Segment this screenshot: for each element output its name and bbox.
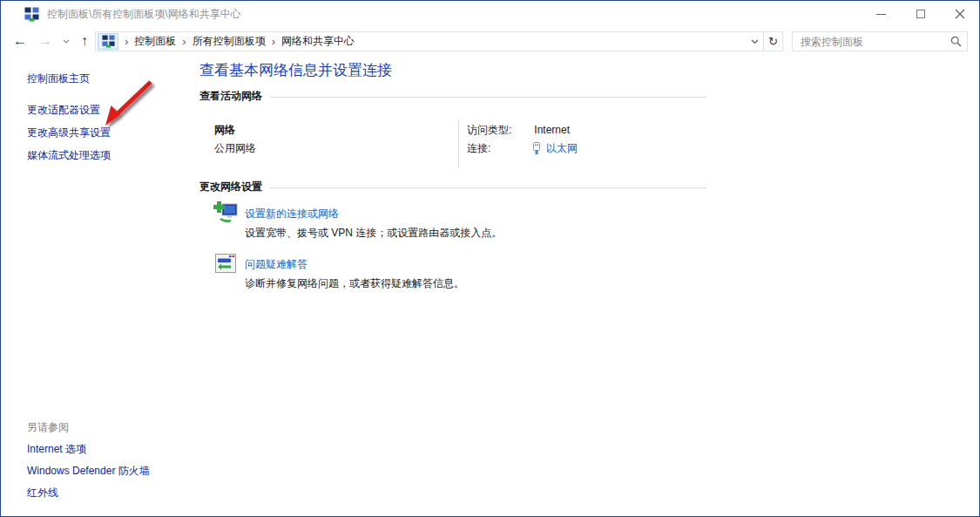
ethernet-icon: [531, 142, 542, 155]
breadcrumb-separator-icon: ›: [176, 35, 192, 48]
minimize-icon: [876, 14, 886, 15]
chevron-down-icon: [63, 39, 70, 44]
page-title: 查看基本网络信息并设置连接: [199, 60, 392, 80]
access-type-value: Internet: [534, 124, 570, 136]
sidebar-item-change-adapter-settings[interactable]: 更改适配器设置: [27, 103, 100, 118]
active-network-divider: [458, 119, 459, 168]
breadcrumb-location-button[interactable]: [98, 33, 118, 50]
section-label: 更改网络设置: [199, 180, 262, 194]
sidebar: 控制面板主页 更改适配器设置 更改高级共享设置 媒体流式处理选项 另请参阅 In…: [1, 55, 188, 516]
section-label: 查看活动网络: [199, 89, 262, 104]
search-box: [792, 31, 968, 51]
troubleshoot-problems-link[interactable]: 问题疑难解答: [245, 257, 308, 272]
breadcrumb-control-panel[interactable]: 控制面板: [134, 34, 176, 49]
maximize-icon: [916, 10, 925, 18]
connections-label: 连接:: [467, 141, 531, 156]
main-panel: 查看基本网络信息并设置连接 查看活动网络 网络 公用网络 访问类型: Inter…: [188, 55, 979, 516]
access-type-label: 访问类型:: [467, 123, 531, 138]
close-icon: [955, 9, 965, 19]
breadcrumb-network-sharing-center[interactable]: 网络和共享中心: [281, 34, 355, 49]
troubleshoot-problems-desc: 诊断并修复网络问题，或者获得疑难解答信息。: [245, 276, 464, 291]
troubleshoot-icon: [215, 254, 236, 276]
back-button[interactable]: ←: [8, 27, 32, 55]
recent-pages-dropdown[interactable]: [58, 27, 74, 55]
refresh-button[interactable]: ↻: [763, 32, 782, 51]
search-icon: [950, 36, 962, 47]
search-input[interactable]: [793, 36, 944, 48]
maximize-button[interactable]: [901, 1, 940, 27]
forward-button[interactable]: →: [34, 27, 57, 55]
sidebar-item-change-advanced-sharing-settings[interactable]: 更改高级共享设置: [27, 126, 111, 140]
network-center-icon: [102, 35, 115, 48]
connections-row: 连接: 以太网: [467, 141, 578, 156]
ethernet-link[interactable]: 以太网: [546, 141, 578, 156]
address-bar[interactable]: › 控制面板 › 所有控制面板项 › 网络和共享中心 ↻: [95, 31, 783, 51]
content-area: 控制面板主页 更改适配器设置 更改高级共享设置 媒体流式处理选项 另请参阅 In…: [1, 55, 979, 516]
sidebar-item-media-streaming-options[interactable]: 媒体流式处理选项: [27, 148, 111, 163]
setup-new-connection-desc: 设置宽带、拨号或 VPN 连接；或设置路由器或接入点。: [245, 226, 502, 241]
title-bar: 控制面板\所有控制面板项\网络和共享中心: [1, 1, 979, 27]
network-name: 网络: [214, 123, 235, 138]
window-title: 控制面板\所有控制面板项\网络和共享中心: [47, 7, 241, 22]
new-connection-icon: [213, 201, 238, 225]
change-network-settings-section-header: 更改网络设置: [199, 180, 706, 194]
network-type: 公用网络: [214, 141, 256, 156]
setup-new-connection-link[interactable]: 设置新的连接或网络: [245, 207, 339, 221]
section-rule: [270, 97, 706, 98]
network-sharing-center-window: 控制面板\所有控制面板项\网络和共享中心 ← → ↑: [0, 0, 980, 517]
active-networks-section-header: 查看活动网络: [199, 89, 706, 104]
sidebar-item-infrared[interactable]: 红外线: [27, 486, 58, 500]
breadcrumb-separator-icon: ›: [118, 35, 134, 48]
sidebar-item-internet-options[interactable]: Internet 选项: [27, 442, 86, 457]
address-dropdown-button[interactable]: [746, 32, 763, 51]
section-rule: [270, 187, 706, 188]
search-button[interactable]: [944, 36, 967, 47]
close-button[interactable]: [940, 1, 979, 27]
sidebar-item-windows-defender-firewall[interactable]: Windows Defender 防火墙: [27, 464, 150, 479]
breadcrumb-all-items[interactable]: 所有控制面板项: [193, 34, 266, 49]
up-button[interactable]: ↑: [74, 27, 95, 55]
navigation-bar: ← → ↑ › 控制面板 › 所有控制面板项 › 网络和共享中心: [1, 27, 979, 55]
breadcrumb-separator-icon: ›: [266, 35, 281, 48]
network-center-icon: [24, 7, 39, 22]
see-also-header: 另请参阅: [27, 420, 69, 435]
sidebar-item-control-panel-home[interactable]: 控制面板主页: [27, 71, 90, 86]
minimize-button[interactable]: [862, 1, 901, 27]
access-type-row: 访问类型: Internet: [467, 123, 570, 138]
chevron-down-icon: [751, 39, 759, 44]
